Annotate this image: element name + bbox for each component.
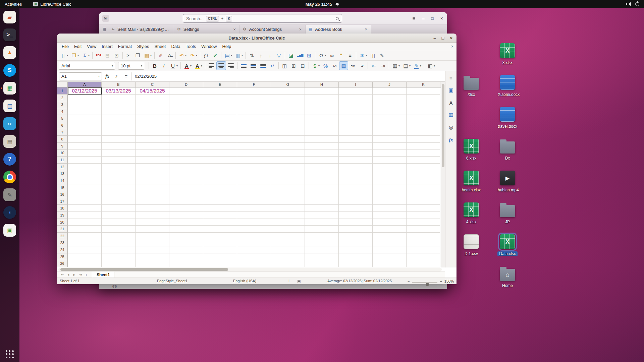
cell-C24[interactable] xyxy=(136,246,169,253)
cell-H14[interactable] xyxy=(305,177,339,184)
cell-D7[interactable] xyxy=(169,129,203,136)
cell-H6[interactable] xyxy=(305,122,339,129)
autofilter-button[interactable]: ▽ xyxy=(274,51,283,60)
cell-E15[interactable] xyxy=(203,184,237,191)
dock-files[interactable]: ▤ xyxy=(3,135,16,148)
sidebar-settings-icon[interactable]: ≡ xyxy=(447,74,455,81)
cell-F14[interactable] xyxy=(237,177,271,184)
cell-F21[interactable] xyxy=(237,226,271,233)
functions-icon[interactable]: fx xyxy=(447,136,455,143)
border-style-dropdown-icon[interactable]: ▾ xyxy=(409,64,411,67)
cell-B8[interactable] xyxy=(102,136,136,143)
font-color-button[interactable]: A▾ xyxy=(182,61,193,70)
currency-format-button[interactable]: $▾ xyxy=(310,61,321,70)
thunderbird-tab-1[interactable]: ➢Sent Mail - Ssj293939@gm... xyxy=(108,25,174,34)
insert-column-dropdown-icon[interactable]: ▾ xyxy=(241,54,243,57)
cell-G12[interactable] xyxy=(271,164,305,171)
insert-mode-icon[interactable]: I xyxy=(288,279,289,283)
cell-B25[interactable] xyxy=(102,253,136,260)
cell-H2[interactable] xyxy=(305,95,339,102)
cell-J2[interactable] xyxy=(373,95,407,102)
column-header-E[interactable]: E xyxy=(203,82,237,87)
desktop-icon-health.xlsx[interactable]: Xhealth.xlsx xyxy=(460,171,483,193)
cell-E13[interactable] xyxy=(203,170,237,177)
cell-I16[interactable] xyxy=(339,191,373,198)
cell-E23[interactable] xyxy=(203,239,237,246)
cell-K26[interactable] xyxy=(407,260,440,267)
comment-button[interactable]: ❝ xyxy=(336,51,345,60)
cell-D1[interactable] xyxy=(169,87,203,95)
cell-E22[interactable] xyxy=(203,233,237,240)
language-status[interactable]: English (USA) xyxy=(233,279,256,283)
cell-K22[interactable] xyxy=(407,233,440,240)
cell-K15[interactable] xyxy=(407,184,440,191)
open-button[interactable]: ❒▾ xyxy=(69,51,80,60)
cell-I9[interactable] xyxy=(339,143,373,150)
styles-icon[interactable]: A xyxy=(447,99,455,106)
cell-F5[interactable] xyxy=(237,115,271,122)
cell-E24[interactable] xyxy=(203,246,237,253)
dock-libreoffice-calc[interactable]: ▦ xyxy=(3,82,16,95)
cell-C22[interactable] xyxy=(136,233,169,240)
desktop-icon-hubian.mp4[interactable]: ▶hubian.mp4 xyxy=(496,171,519,193)
cell-H17[interactable] xyxy=(305,198,339,205)
desktop-icon-D.1.csv[interactable]: D.1.csv xyxy=(460,234,483,256)
clear-formatting-button[interactable]: A̶ xyxy=(165,51,174,60)
dock-libreoffice-impress[interactable]: ▰ xyxy=(3,11,16,23)
cell-H26[interactable] xyxy=(305,260,339,267)
sheet-tab-Sheet1[interactable]: Sheet1 xyxy=(92,272,114,278)
row-header-22[interactable]: 22 xyxy=(57,233,68,240)
next-sheet-button[interactable]: ▸ xyxy=(72,273,77,277)
cell-H8[interactable] xyxy=(305,136,339,143)
cell-J23[interactable] xyxy=(373,239,407,246)
cell-C19[interactable] xyxy=(136,212,169,219)
border-color-dropdown-icon[interactable]: ▾ xyxy=(420,64,421,67)
row-header-5[interactable]: 5 xyxy=(57,115,68,122)
cell-D8[interactable] xyxy=(169,136,203,143)
cell-C6[interactable] xyxy=(136,122,169,129)
cell-K24[interactable] xyxy=(407,246,440,253)
zoom-slider-thumb[interactable] xyxy=(426,283,429,286)
cell-H7[interactable] xyxy=(305,129,339,136)
cell-D14[interactable] xyxy=(169,177,203,184)
cell-K12[interactable] xyxy=(407,164,440,171)
dock-chrome[interactable] xyxy=(3,171,16,183)
decrease-indent-button[interactable]: ⇤ xyxy=(369,61,378,70)
cell-J16[interactable] xyxy=(373,191,407,198)
calc-minimize-button[interactable]: – xyxy=(433,36,436,41)
row-header-25[interactable]: 25 xyxy=(57,253,68,260)
thunderbird-minimize-button[interactable]: – xyxy=(422,16,425,21)
cell-K5[interactable] xyxy=(407,115,440,122)
column-header-H[interactable]: H xyxy=(305,82,339,87)
cell-I12[interactable] xyxy=(339,164,373,171)
horizontal-scrollbar[interactable] xyxy=(58,267,442,272)
cell-I22[interactable] xyxy=(339,233,373,240)
align-left-button[interactable] xyxy=(207,61,216,70)
cell-D25[interactable] xyxy=(169,253,203,260)
row-header-8[interactable]: 8 xyxy=(57,136,68,143)
thunderbird-tab-4[interactable]: ▤Address Book× xyxy=(306,25,371,34)
cell-F7[interactable] xyxy=(237,129,271,136)
dock-skype[interactable]: S xyxy=(3,64,16,77)
desktop-icon-JP[interactable]: JP xyxy=(496,202,519,225)
cell-C3[interactable] xyxy=(136,101,169,108)
cell-A7[interactable] xyxy=(68,129,102,136)
row-header-2[interactable]: 2 xyxy=(57,95,68,102)
row-header-7[interactable]: 7 xyxy=(57,129,68,136)
special-character-dropdown-icon[interactable]: ▾ xyxy=(325,54,326,57)
cell-K6[interactable] xyxy=(407,122,440,129)
cell-G18[interactable] xyxy=(271,205,305,212)
cell-E3[interactable] xyxy=(203,101,237,108)
highlighting-color-button[interactable]: A▾ xyxy=(193,61,204,70)
merge-cells-button[interactable]: ⊞ xyxy=(289,61,298,70)
column-header-I[interactable]: I xyxy=(339,82,373,87)
thunderbird-close-button[interactable]: × xyxy=(440,16,443,21)
cell-J20[interactable] xyxy=(373,219,407,226)
row-header-26[interactable]: 26 xyxy=(57,260,68,267)
cell-E11[interactable] xyxy=(203,157,237,164)
cell-H5[interactable] xyxy=(305,115,339,122)
cell-H25[interactable] xyxy=(305,253,339,260)
cell-C8[interactable] xyxy=(136,136,169,143)
cell-D19[interactable] xyxy=(169,212,203,219)
number-format-button[interactable]: 7.4 xyxy=(330,61,339,70)
